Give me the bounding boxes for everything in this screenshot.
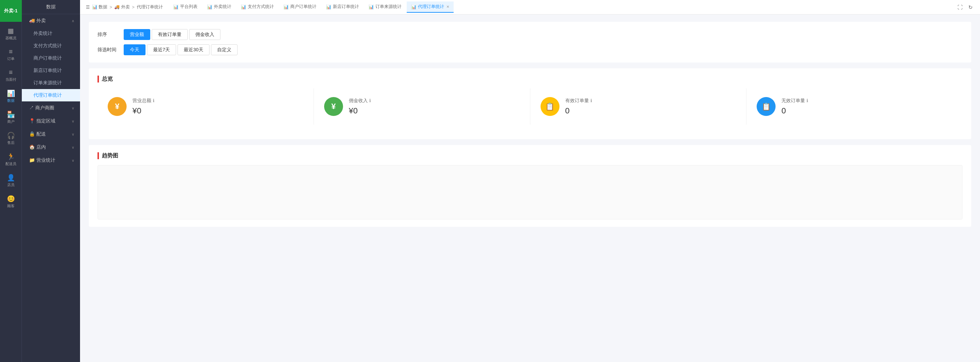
page-content: 排序 营业额 有效订单量 佣金收入 筛选时间 今天 最近7天 最近30天 自定义	[80, 14, 980, 362]
stat-revenue: ¥ 营业总额 ℹ ¥0	[97, 88, 314, 125]
menu-icon[interactable]: ☰	[86, 5, 90, 10]
sidebar-category-merchant-circle[interactable]: ↗ 商户商圈 ∨	[22, 102, 80, 114]
sidebar-item-newshop-stat[interactable]: 新店订单统计	[22, 64, 80, 77]
sidebar-item-proxy-stat[interactable]: 代理订单统计	[22, 89, 80, 102]
payment-icon: ≡	[9, 69, 13, 76]
data-icon: 📊	[7, 89, 15, 97]
tab-merchant[interactable]: 📊 商户订单统计	[279, 2, 321, 13]
nav-payment[interactable]: ≡ 当面付	[0, 65, 21, 86]
app-logo: 外卖-1	[0, 0, 22, 22]
nav-overview[interactable]: ▦ 器概况	[0, 23, 21, 44]
staff-icon: 👤	[7, 174, 15, 182]
stat-valid-orders: 📋 有效订单量 ℹ 0	[530, 88, 747, 125]
commission-info-icon[interactable]: ℹ	[369, 98, 371, 103]
breadcrumb-current: 代理订单统计	[137, 4, 163, 10]
valid-orders-info: 有效订单量 ℹ 0	[565, 97, 592, 116]
sidebar-item-merchant-stat[interactable]: 商户订单统计	[22, 52, 80, 64]
invalid-orders-icon: 📋	[757, 97, 776, 116]
dispatch-icon: 🏃	[7, 152, 15, 160]
valid-orders-value: 0	[565, 106, 592, 116]
nav-staff[interactable]: 👤 店员	[0, 170, 21, 191]
trend-title: 趋势图	[97, 152, 963, 159]
aftersale-icon: 🎧	[7, 132, 15, 140]
valid-orders-icon: 📋	[541, 97, 560, 116]
stat-invalid-orders: 📋 无效订单量 ℹ 0	[746, 88, 963, 125]
revenue-value: ¥0	[132, 106, 154, 116]
time-btn-group: 今天 最近7天 最近30天 自定义	[124, 44, 237, 55]
main-content: ☰ 📊 数据 > 🚚 外卖 > 代理订单统计 📊 平台列表 📊 外卖统计 📊 支…	[80, 0, 980, 362]
tab-waimai[interactable]: 📊 外卖统计	[203, 2, 236, 13]
tab-close-proxy[interactable]: ✕	[446, 5, 449, 9]
merchant-icon: 🏪	[7, 111, 15, 119]
time-today-btn[interactable]: 今天	[124, 44, 145, 55]
time-7days-btn[interactable]: 最近7天	[147, 44, 176, 55]
commission-value: ¥0	[349, 106, 371, 116]
sidebar-category-business-stat[interactable]: 📁 营业统计 ∨	[22, 154, 80, 167]
nav-orders[interactable]: ≡ 订单	[0, 44, 21, 65]
sidebar-category-delivery[interactable]: 🔒 配送 ∨	[22, 127, 80, 141]
overview-icon: ▦	[8, 27, 14, 35]
chevron-right-icon-1: ∨	[72, 106, 74, 110]
revenue-icon: ¥	[108, 97, 127, 116]
menu-subtitle: 数据	[22, 0, 80, 14]
refresh-button[interactable]: ↻	[967, 4, 974, 11]
stat-commission: ¥ 佣金收入 ℹ ¥0	[314, 88, 530, 125]
stats-row: ¥ 营业总额 ℹ ¥0 ¥	[97, 88, 963, 125]
time-custom-btn[interactable]: 自定义	[211, 44, 237, 55]
sort-valid-orders-btn[interactable]: 有效订单量	[152, 29, 188, 40]
overview-section: 总览 ¥ 营业总额 ℹ ¥0	[89, 68, 971, 139]
chevron-right-icon-2: ∨	[72, 119, 74, 123]
nav-icons-column: 外卖-1 ▦ 器概况 ≡ 订单 ≡ 当面付 📊 数据 🏪 商户	[0, 0, 22, 362]
tab-proxy[interactable]: 📊 代理订单统计 ✕	[407, 2, 453, 13]
invalid-orders-value: 0	[781, 106, 808, 116]
sort-revenue-btn[interactable]: 营业额	[124, 29, 150, 40]
nav-dispatch[interactable]: 🏃 配送员	[0, 149, 21, 170]
nav-merchant[interactable]: 🏪 商户	[0, 107, 21, 128]
commission-info: 佣金收入 ℹ ¥0	[349, 97, 371, 116]
filter-section: 排序 营业额 有效订单量 佣金收入 筛选时间 今天 最近7天 最近30天 自定义	[89, 22, 971, 62]
tab-source[interactable]: 📊 订单来源统计	[364, 2, 406, 13]
tab-platform[interactable]: 📊 平台列表	[169, 2, 202, 13]
tabs-bar: ☰ 📊 数据 > 🚚 外卖 > 代理订单统计 📊 平台列表 📊 外卖统计 📊 支…	[80, 0, 980, 14]
chevron-right-icon-4: ∨	[72, 145, 74, 149]
sidebar-item-source-stat[interactable]: 订单来源统计	[22, 77, 80, 89]
revenue-info-icon[interactable]: ℹ	[153, 98, 154, 103]
commission-icon: ¥	[324, 97, 343, 116]
revenue-info: 营业总额 ℹ ¥0	[132, 97, 154, 116]
sidebar-category-indoor[interactable]: 🏠 店内 ∨	[22, 141, 80, 154]
time-label: 筛选时间	[97, 46, 119, 53]
sidebar-category-region[interactable]: 📍 指定区域 ∨	[22, 114, 80, 127]
nav-customer[interactable]: 😊 顾客	[0, 191, 21, 212]
fullscreen-button[interactable]: ⛶	[956, 4, 964, 11]
tab-newshop[interactable]: 📊 新店订单统计	[321, 2, 363, 13]
window-controls: ⛶ ↻	[956, 4, 974, 11]
sidebar-item-waimai-stat[interactable]: 外卖统计	[22, 27, 80, 40]
sidebar-section-waimai: 外卖统计 支付方式统计 商户订单统计 新店订单统计 订单来源统计 代理订单统计	[22, 27, 80, 102]
chevron-right-icon-3: ∨	[72, 132, 74, 136]
valid-orders-info-icon[interactable]: ℹ	[590, 98, 592, 103]
sidebar-item-payment-stat[interactable]: 支付方式统计	[22, 40, 80, 52]
sidebar-menu: 数据 🚚 外卖 ∧ 外卖统计 支付方式统计 商户订单统计 新店订单统计 订单来源…	[22, 0, 80, 362]
chevron-up-icon: ∧	[72, 19, 74, 23]
customer-icon: 😊	[7, 195, 15, 203]
sidebar-category-waimai[interactable]: 🚚 外卖 ∧	[22, 14, 80, 27]
sort-btn-group: 营业额 有效订单量 佣金收入	[124, 29, 220, 40]
invalid-orders-info-icon[interactable]: ℹ	[807, 98, 808, 103]
time-30days-btn[interactable]: 最近30天	[178, 44, 209, 55]
trend-chart-area	[97, 165, 963, 219]
sort-commission-btn[interactable]: 佣金收入	[189, 29, 220, 40]
breadcrumb-waimai: 🚚 外卖	[114, 4, 129, 10]
nav-aftersale[interactable]: 🎧 售后	[0, 128, 21, 149]
orders-icon: ≡	[9, 48, 13, 56]
breadcrumb: ☰ 📊 数据 > 🚚 外卖 > 代理订单统计	[86, 4, 163, 10]
time-filter-row: 筛选时间 今天 最近7天 最近30天 自定义	[97, 44, 963, 55]
tabs-list: 📊 平台列表 📊 外卖统计 📊 支付方式统计 📊 商户订单统计 📊 新店订单统计…	[169, 2, 953, 13]
overview-title: 总览	[97, 76, 963, 83]
sort-filter-row: 排序 营业额 有效订单量 佣金收入	[97, 29, 963, 40]
invalid-orders-info: 无效订单量 ℹ 0	[781, 97, 808, 116]
trend-section: 趋势图	[89, 145, 971, 227]
chevron-right-icon-5: ∨	[72, 159, 74, 162]
nav-data[interactable]: 📊 数据	[0, 86, 21, 107]
sort-label: 排序	[97, 31, 119, 38]
tab-payment[interactable]: 📊 支付方式统计	[237, 2, 278, 13]
